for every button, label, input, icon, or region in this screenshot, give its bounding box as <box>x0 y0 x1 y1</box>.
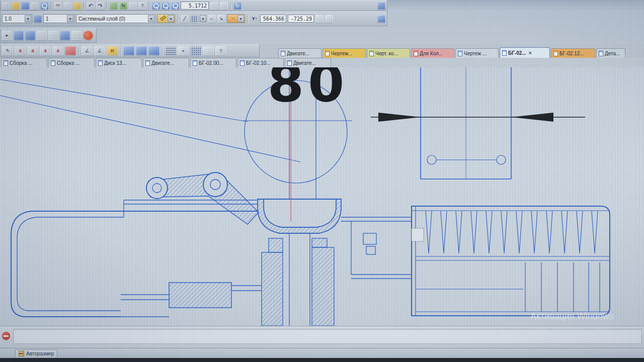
document-icon <box>369 51 374 56</box>
pointer-icon[interactable]: ▸ <box>2 31 12 40</box>
axes-icon[interactable]: ⌖ <box>178 46 189 55</box>
redo-icon[interactable] <box>96 2 104 10</box>
angle-2-icon[interactable]: ∠ <box>94 46 105 55</box>
step-combo[interactable]: 1 <box>43 14 74 23</box>
document-icon <box>98 60 103 66</box>
tab-document-active[interactable]: БГ-02... × <box>500 47 550 58</box>
measure-icon[interactable] <box>325 15 333 23</box>
application-window: fx ? 5.1712 1.0 1 Системный слой (0) <box>0 0 644 362</box>
dimension-annotation: 80 <box>268 67 585 122</box>
slant-line-icon[interactable]: ╱ <box>181 15 189 23</box>
variables-fx-icon[interactable]: fx <box>119 2 127 10</box>
help-icon[interactable]: ? <box>215 46 226 55</box>
document-icon <box>325 51 330 56</box>
undo-icon[interactable] <box>87 2 95 10</box>
tab-document[interactable]: Двигате... <box>278 48 321 58</box>
autodimension-button[interactable]: Авторазмер <box>15 349 57 357</box>
tab-document[interactable]: БГ-02.12... <box>551 48 595 58</box>
layer-combo[interactable]: Системный слой (0) <box>76 14 155 23</box>
message-input-area[interactable] <box>13 329 642 344</box>
tab-document[interactable]: Двигате... <box>285 58 331 67</box>
copy-blue-icon[interactable] <box>148 46 159 55</box>
new-document-icon[interactable] <box>2 2 10 10</box>
tab-document[interactable]: Двигате... <box>143 58 189 67</box>
ortho-mode-icon[interactable]: ⌐ <box>208 15 216 23</box>
locate-icon[interactable] <box>315 15 324 23</box>
tab-document[interactable]: Сборка ... <box>1 58 47 67</box>
tab-label: Чертеж... <box>331 51 353 56</box>
tab-document[interactable]: БГ-02.10... <box>237 58 284 67</box>
tab-document[interactable]: Чертеж... <box>323 48 366 58</box>
paste-icon[interactable] <box>73 2 81 10</box>
document-icon <box>287 60 292 66</box>
line-style-combo[interactable] <box>157 14 175 23</box>
table-red-icon[interactable] <box>165 46 176 55</box>
dropdown-arrow-icon[interactable] <box>168 15 174 22</box>
print-preview-icon[interactable] <box>40 2 48 10</box>
dim-angular-icon[interactable]: 4 <box>52 46 63 55</box>
save-icon[interactable] <box>21 2 29 10</box>
tab-document[interactable]: Диск 13... <box>96 58 142 67</box>
cube-front-icon[interactable] <box>14 31 24 40</box>
standard-toolbar: fx ? 5.1712 <box>0 0 387 11</box>
dim-linear-icon[interactable]: 4 <box>15 46 26 55</box>
dim-horizontal-icon[interactable]: 4 <box>40 46 51 55</box>
coord-y-field[interactable]: -725.29 <box>288 15 314 23</box>
angle-1-icon[interactable]: ∠ <box>82 46 93 55</box>
tab-close-icon[interactable]: × <box>529 50 532 56</box>
shape-blue-icon[interactable] <box>136 46 147 55</box>
zoom-area-icon[interactable] <box>171 2 179 10</box>
refresh-icon[interactable] <box>233 2 242 10</box>
coord-x-field[interactable]: 564.366 <box>260 15 286 23</box>
zoom-in-icon[interactable] <box>152 2 160 10</box>
dropdown-arrow-icon[interactable] <box>67 15 73 22</box>
dim-vertical-icon[interactable]: 4 <box>27 46 38 55</box>
page-prev-icon[interactable] <box>210 2 218 10</box>
document-icon <box>240 60 245 66</box>
spreadsheet-icon[interactable] <box>129 2 137 10</box>
y-axis-indicator-icon: Y↑ <box>251 15 259 23</box>
eraser-icon[interactable] <box>65 46 76 55</box>
calculator-icon[interactable] <box>110 2 118 10</box>
drawing-canvas[interactable]: 80 <box>0 67 644 326</box>
document-icon <box>51 60 55 66</box>
dropdown-arrow-icon[interactable] <box>25 15 31 22</box>
tab-document[interactable]: Черт. ко... <box>367 48 410 58</box>
snap-grid-icon[interactable] <box>190 15 198 23</box>
context-help-icon[interactable]: ? <box>138 2 146 10</box>
cube-iso-icon[interactable] <box>25 31 35 40</box>
snap-settings-combo[interactable]: ⁙ <box>227 14 245 23</box>
fragment-blue-icon[interactable] <box>123 46 134 55</box>
page-next-icon[interactable] <box>220 2 228 10</box>
table-blue-icon[interactable] <box>190 46 201 55</box>
cut-icon[interactable] <box>54 2 62 10</box>
dropdown-arrow-icon[interactable] <box>148 15 154 22</box>
tab-document[interactable]: Дета... <box>596 48 625 58</box>
open-folder-icon[interactable] <box>12 2 20 10</box>
scale-combo[interactable]: 1.0 <box>2 14 32 23</box>
current-step-icon[interactable] <box>34 15 42 23</box>
tab-document[interactable]: Чертеж ... <box>455 48 499 58</box>
dropdown-arrow-icon[interactable] <box>237 15 244 22</box>
datasheet-icon[interactable] <box>203 46 214 55</box>
marker-H-icon[interactable]: Н <box>107 46 118 55</box>
dropdown-arrow-icon[interactable] <box>200 15 206 22</box>
local-csys-icon[interactable]: ↳ <box>217 15 225 23</box>
copy-icon[interactable] <box>63 2 71 10</box>
pencil-icon[interactable]: ✎ <box>2 46 13 55</box>
tab-label: Черт. ко... <box>375 51 398 56</box>
document-icon <box>458 51 462 56</box>
cube-shaded-icon[interactable] <box>48 31 58 40</box>
print-icon[interactable] <box>31 2 39 10</box>
panel-right-icon[interactable] <box>377 15 385 23</box>
zoom-value-field[interactable]: 5.1712 <box>181 2 209 10</box>
rotate-view-icon[interactable] <box>60 31 70 40</box>
zoom-out-icon[interactable] <box>162 2 170 10</box>
panel-right-icon[interactable] <box>377 2 385 10</box>
tab-document[interactable]: БГ-02.00... <box>190 58 236 67</box>
wireframe-icon[interactable] <box>71 31 82 40</box>
tab-document[interactable]: Сборка ... <box>48 58 95 67</box>
record-icon[interactable] <box>83 31 93 40</box>
cube-top-icon[interactable] <box>37 31 47 40</box>
tab-document[interactable]: Для Кол... <box>411 48 454 58</box>
